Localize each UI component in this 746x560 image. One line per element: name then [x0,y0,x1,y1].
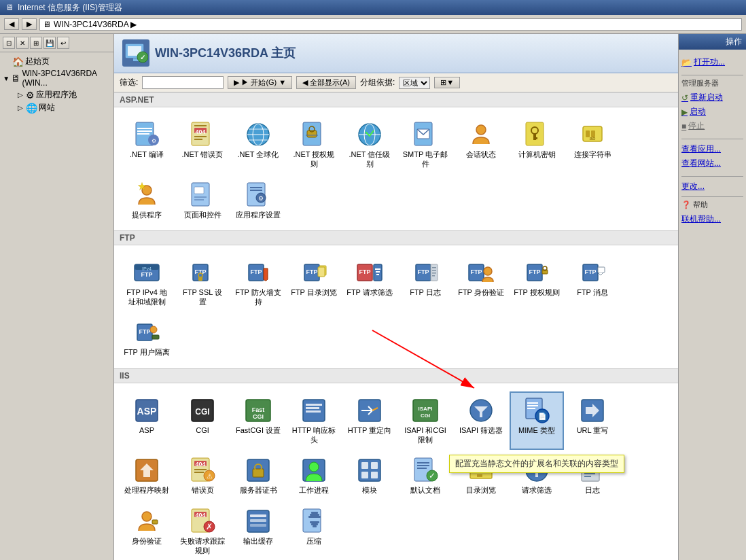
icon-url-rewrite[interactable]: URL 重写 [565,391,620,451]
svg-text:FTP: FTP [139,328,151,335]
icon-output-cache[interactable]: 输出缓存 [231,502,285,560]
view-button[interactable]: ⊞▼ [434,77,460,88]
ops-change[interactable]: 更改... [681,179,743,194]
groupby-label: 分组依据: [360,77,395,88]
groupby-select[interactable]: 区域 [399,77,430,89]
svg-rect-15 [194,125,207,126]
icon-worker[interactable]: 工作进程 [287,451,341,500]
open-icon: 📂 [681,58,692,67]
svg-rect-80 [432,275,435,277]
svg-rect-134 [361,472,368,478]
svg-rect-47 [194,196,207,198]
ops-divider-2 [681,139,743,139]
ftp-grid: FTPIPv4 FTP IPv4 地址和域限制 FTP FTP SSL 设置 F… [114,251,678,368]
icon-server-cert[interactable]: 服务器证书 [231,451,285,500]
icon-session[interactable]: 会话状态 [454,116,508,175]
icon-ftp-log[interactable]: FTP FTP 日志 [398,253,452,313]
icon-http-redirect[interactable]: HTTP 重定向 [342,391,397,451]
icon-ftp-ipv4[interactable]: FTPIPv4 FTP IPv4 地址和域限制 [120,253,174,313]
ops-divider-1 [681,75,743,75]
icon-isapi-filter[interactable]: ISAPI 筛选器 [454,391,508,451]
icon-ftp-firewall[interactable]: FTP FTP 防火墙支持 [231,253,285,313]
right-panel: ✓ WIN-3PC14V36RDA 主页 筛选: ▶ ▶ 开始(G) ▼ ◀ 全… [114,34,678,560]
icon-providers[interactable]: 提供程序 [120,176,174,225]
icon-net-trust[interactable]: .NET 信任级别 [342,116,397,175]
forward-button[interactable]: ▶ [22,18,37,30]
tree-area: 🏠 起始页 ▼ 🖥 WIN-3PC14V36RDA (WIN... ▷ ⚙ 应用… [0,52,113,560]
show-all-button[interactable]: ◀ 全部显示(A) [296,76,356,89]
back-button[interactable]: ◀ [4,18,19,30]
svg-text:ISAPI: ISAPI [419,406,433,412]
icon-http-response[interactable]: HTTP 响应标头 [287,391,341,451]
icon-ftp-authz[interactable]: FTP FTP 授权规则 [510,253,564,313]
tree-item-website[interactable]: ▷ 🌐 网站 [3,101,111,114]
icon-conn-string[interactable]: ab 连接字符串 [565,116,620,175]
svg-text:⚙: ⚙ [152,138,156,144]
start-button[interactable]: ▶ ▶ 开始(G) ▼ [228,76,292,89]
icon-smtp[interactable]: SMTP 电子邮件 [398,116,452,175]
filter-input[interactable] [142,76,224,89]
svg-rect-156 [152,520,158,524]
icon-ftp-filter[interactable]: FTP FTP 请求筛选 [342,253,397,313]
icon-default-doc[interactable]: ✓ 默认文档 [398,451,452,500]
section-header-aspnet: ASP.NET [114,92,678,107]
icon-app-settings[interactable]: ⚙ 应用程序设置 [231,176,285,225]
icon-handler[interactable]: 处理程序映射 [120,451,174,500]
svg-rect-138 [417,465,429,466]
icon-failed-req[interactable]: 404✗ 失败请求跟踪规则 [175,502,230,560]
toolbar-btn-5[interactable]: ↩ [57,37,69,49]
page-title: WIN-3PC14V36RDA 主页 [155,45,296,61]
icon-error-page[interactable]: 404⚠ 错误页 [175,451,230,500]
tree-item-home[interactable]: 🏠 起始页 [3,55,111,68]
svg-text:FTP: FTP [585,268,597,275]
ops-online-help[interactable]: 联机帮助... [681,212,743,226]
icon-ftp-auth[interactable]: FTP FTP 身份验证 [454,253,508,313]
start-icon: ▶ [681,107,688,117]
svg-rect-72 [376,271,380,273]
icon-isapi-cgi[interactable]: ISAPICGI ISAPI 和CGI 限制 [398,391,452,451]
address-text: WIN-3PC14V36RDA ▶ [54,20,137,29]
ops-stop[interactable]: ■ 停止 [681,119,743,133]
tree-item-apppool[interactable]: ▷ ⚙ 应用程序池 [3,88,111,101]
svg-rect-77 [432,267,436,268]
icon-net-auth[interactable]: .NET 授权规则 [287,116,341,175]
toolbar-btn-3[interactable]: ⊞ [30,37,42,49]
icon-pages[interactable]: 页面和控件 [175,176,230,225]
ops-divider-4 [681,196,743,197]
icon-ftp-msg[interactable]: FTP FTP 消息 [565,253,620,313]
toolbar-btn-2[interactable]: ✕ [16,37,29,49]
icon-ftp-browse[interactable]: FTP FTP 目录浏览 [287,253,341,313]
icon-mime[interactable]: 📄 MIME 类型 配置充当静态文件的扩展名和关联的内容类型 [510,391,564,451]
icon-modules[interactable]: 模块 [342,451,397,500]
icon-net-compile[interactable]: ⚙ .NET 编译 [120,116,174,175]
svg-rect-78 [432,270,436,271]
ops-view-sites[interactable]: 查看网站... [681,156,743,171]
svg-point-93 [150,326,157,333]
tree-item-server[interactable]: ▼ 🖥 WIN-3PC14V36RDA (WIN... [3,68,111,88]
title-icon: 🖥 [5,3,14,12]
toolbar-btn-1[interactable]: ⊡ [3,37,15,49]
icon-fastcgi[interactable]: FastCGI FastCGI 设置 [231,391,285,451]
icon-auth[interactable]: 身份验证 [120,502,174,560]
grid-area[interactable]: ASP.NET ⚙ .NET 编译 404 .NET 错误页 [114,92,678,560]
svg-rect-139 [417,468,427,469]
icon-asp[interactable]: ASP ASP [120,391,174,451]
toolbar-btn-4[interactable]: 💾 [43,37,56,49]
svg-rect-11 [137,133,149,135]
ops-open[interactable]: 📂 打开功... [681,55,743,69]
icon-machine-key[interactable]: 计算机密钥 [510,116,564,175]
ops-view-apps[interactable]: 查看应用... [681,142,743,156]
icon-net-global[interactable]: .NET 全球化 [231,116,285,175]
icon-compress[interactable]: 压缩 [287,502,341,560]
svg-point-34 [476,125,486,135]
svg-rect-170 [310,521,319,523]
icon-ftp-user[interactable]: FTP FTP 用户隔离 [120,313,174,362]
ops-restart[interactable]: ↺ 重新启动 [681,90,743,105]
left-toolbar: ⊡ ✕ ⊞ 💾 ↩ [0,34,113,52]
svg-rect-9 [137,128,152,129]
icon-net-error[interactable]: 404 .NET 错误页 [175,116,230,175]
icon-cgi[interactable]: CGI CGI [175,391,230,451]
ops-start[interactable]: ▶ 启动 [681,105,743,119]
ops-section-view: 查看应用... 查看网站... [681,142,743,171]
icon-ftp-ssl[interactable]: FTP FTP SSL 设置 [175,253,230,313]
